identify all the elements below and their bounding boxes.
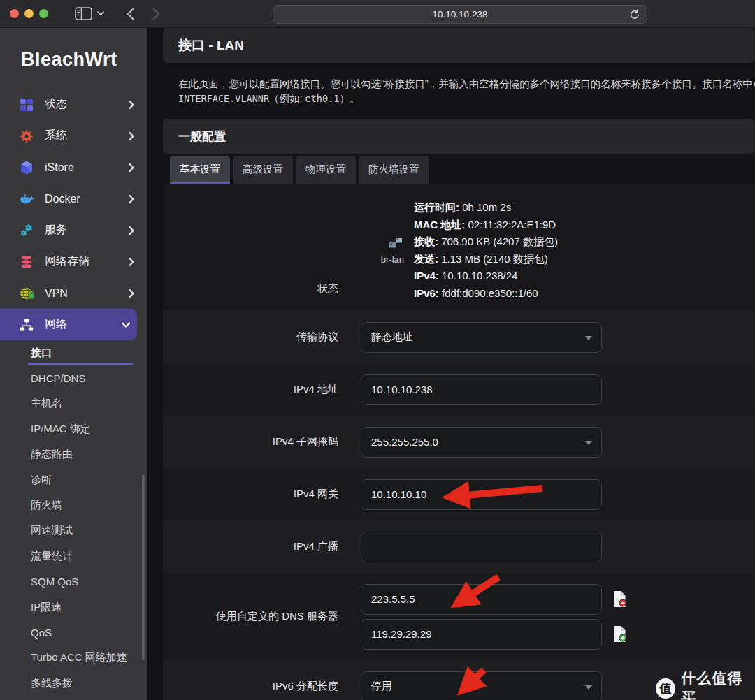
app-logo: BleachWrt bbox=[21, 49, 147, 71]
sidebar-subitem-turbo-acc[interactable]: Turbo ACC 网络加速 bbox=[0, 646, 147, 671]
status-row: 状态 br-lan 运行时间0h 10m 2s MAC 地址02:11:32:2… bbox=[163, 184, 755, 311]
window-controls bbox=[10, 9, 48, 18]
tab-physical-settings[interactable]: 物理设置 bbox=[296, 156, 356, 184]
grid-icon bbox=[20, 98, 39, 112]
sidebar-subitem-firewall[interactable]: 防火墙 bbox=[0, 493, 147, 518]
chevron-right-icon bbox=[129, 258, 134, 266]
globe-lock-icon bbox=[20, 286, 39, 300]
watermark-badge-icon: 值 bbox=[656, 678, 675, 699]
status-ipv6: IPv6fddf:d090:e350::1/60 bbox=[414, 285, 558, 302]
close-window-button[interactable] bbox=[10, 9, 19, 18]
tab-advanced-settings[interactable]: 高级设置 bbox=[233, 156, 293, 184]
section-title: 一般配置 bbox=[163, 119, 755, 154]
status-details: 运行时间0h 10m 2s MAC 地址02:11:32:2A:E1:9D 接收… bbox=[414, 199, 558, 302]
sidebar-item-network[interactable]: 网络 bbox=[0, 309, 137, 340]
settings-tabs: 基本设置 高级设置 物理设置 防火墙设置 bbox=[170, 156, 755, 184]
ipv4-gateway-input[interactable] bbox=[361, 479, 602, 510]
sidebar-subitem-static-routes[interactable]: 静态路由 bbox=[0, 442, 147, 467]
gear-icon bbox=[20, 129, 39, 143]
sidebar-item-status[interactable]: 状态 bbox=[0, 89, 147, 120]
ipv4-broadcast-input[interactable] bbox=[361, 532, 602, 562]
chevron-right-icon bbox=[129, 101, 134, 109]
chevron-down-icon[interactable] bbox=[97, 11, 104, 16]
watermark-text: 什么值得买 bbox=[681, 669, 755, 700]
watermark: 值 什么值得买 bbox=[656, 669, 755, 700]
sidebar-toggle-icon[interactable] bbox=[75, 7, 92, 20]
gears-icon bbox=[20, 224, 39, 238]
form-row-ipv4-broadcast: IPv4 广播 bbox=[163, 520, 755, 573]
network-tree-icon bbox=[20, 318, 39, 332]
main-content: 接口 - LAN 在此页面，您可以配置网络接口。您可以勾选“桥接接口”，并输入由… bbox=[163, 28, 755, 700]
ipv4-netmask-select[interactable]: 255.255.255.0 bbox=[361, 427, 602, 458]
status-uptime: 运行时间0h 10m 2s bbox=[414, 199, 558, 217]
form-row-protocol: 传输协议 静态地址 bbox=[163, 311, 755, 363]
select-caret-icon bbox=[585, 441, 592, 445]
code-eth-example: eth0.1 bbox=[305, 93, 340, 104]
chevron-right-icon bbox=[129, 289, 134, 298]
bridge-device-icon bbox=[387, 236, 404, 253]
status-rx: 接收706.90 KB (4207 数据包) bbox=[414, 233, 558, 251]
dns-server-input-2[interactable] bbox=[361, 619, 602, 650]
sidebar-subitem-qos[interactable]: QoS bbox=[0, 620, 147, 645]
ipv6-assignment-select[interactable]: 停用 bbox=[361, 671, 602, 700]
code-interface-vlannr: INTERFACE.VLANNR bbox=[178, 93, 269, 104]
chevron-down-icon bbox=[122, 322, 130, 328]
form-row-ipv4-address: IPv4 地址 bbox=[163, 363, 755, 416]
docker-whale-icon bbox=[20, 192, 39, 206]
zoom-window-button[interactable] bbox=[39, 9, 48, 18]
database-icon bbox=[20, 255, 39, 269]
status-label: 状态 bbox=[163, 282, 350, 311]
sidebar-scrollbar[interactable] bbox=[142, 475, 145, 660]
sidebar-item-docker[interactable]: Docker bbox=[0, 183, 147, 214]
device-name: br-lan bbox=[381, 254, 404, 265]
sidebar-subitem-mwan[interactable]: 多线多拨 bbox=[0, 671, 147, 696]
sidebar-subitem-diagnostics[interactable]: 诊断 bbox=[0, 467, 147, 493]
tab-firewall-settings[interactable]: 防火墙设置 bbox=[359, 156, 429, 184]
dns-server-input-1[interactable] bbox=[361, 584, 602, 615]
sidebar-subitem-dhcp-dns[interactable]: DHCP/DNS bbox=[0, 365, 147, 391]
address-bar[interactable]: 10.10.10.238 bbox=[273, 5, 647, 24]
sidebar-subitem-sqm-qos[interactable]: SQM QoS bbox=[0, 569, 147, 595]
sidebar-subitem-speedtest[interactable]: 网速测试 bbox=[0, 518, 147, 544]
forward-button bbox=[152, 8, 160, 20]
chevron-right-icon bbox=[129, 132, 134, 140]
sidebar-subitem-ip-limit[interactable]: IP限速 bbox=[0, 595, 147, 620]
ipv4-address-input[interactable] bbox=[361, 374, 602, 405]
minimize-window-button[interactable] bbox=[24, 9, 34, 18]
status-tx: 发送1.13 MB (2140 数据包) bbox=[414, 251, 558, 268]
form-row-ipv4-netmask: IPv4 子网掩码 255.255.255.0 bbox=[163, 416, 755, 468]
chevron-right-icon bbox=[129, 195, 134, 203]
sidebar-subitem-traffic-stats[interactable]: 流量统计 bbox=[0, 544, 147, 569]
select-caret-icon bbox=[585, 336, 592, 340]
protocol-select[interactable]: 静态地址 bbox=[361, 322, 602, 353]
tab-basic-settings[interactable]: 基本设置 bbox=[170, 156, 230, 184]
address-bar-url[interactable]: 10.10.10.238 bbox=[433, 9, 488, 20]
sidebar-item-vpn[interactable]: VPN bbox=[0, 277, 147, 309]
select-caret-icon bbox=[585, 685, 592, 690]
sidebar-subitem-interfaces[interactable]: 接口 bbox=[0, 340, 147, 365]
chevron-right-icon bbox=[129, 226, 134, 235]
router-admin-page: { "browser": { "url": "10.10.10.238", "t… bbox=[0, 0, 755, 700]
browser-topbar: 10.10.10.238 bbox=[0, 0, 755, 28]
sidebar-item-network-storage[interactable]: 网络存储 bbox=[0, 246, 147, 277]
cube-icon bbox=[20, 161, 39, 175]
form-row-ipv4-gateway: IPv4 网关 bbox=[163, 468, 755, 520]
sidebar-subitem-hostnames[interactable]: 主机名 bbox=[0, 391, 147, 416]
sidebar: BleachWrt 状态 系统 iStore D bbox=[0, 28, 147, 700]
page-title: 接口 - LAN bbox=[163, 28, 755, 63]
status-ipv4: IPv410.10.10.238/24 bbox=[414, 268, 558, 285]
sidebar-item-system[interactable]: 系统 bbox=[0, 120, 147, 152]
status-mac: MAC 地址02:11:32:2A:E1:9D bbox=[414, 217, 558, 234]
remove-entry-icon[interactable] bbox=[612, 590, 627, 608]
form-row-custom-dns: 使用自定义的 DNS 服务器 bbox=[163, 573, 755, 660]
add-entry-icon[interactable] bbox=[612, 625, 627, 643]
back-button[interactable] bbox=[127, 8, 134, 20]
chevron-right-icon bbox=[129, 163, 134, 172]
sidebar-item-istore[interactable]: iStore bbox=[0, 152, 147, 183]
page-description: 在此页面，您可以配置网络接口。您可以勾选“桥接接口”，并输入由空格分隔的多个网络… bbox=[178, 77, 755, 106]
sidebar-subitem-ip-mac-binding[interactable]: IP/MAC 绑定 bbox=[0, 416, 147, 442]
sidebar-item-services[interactable]: 服务 bbox=[0, 214, 147, 246]
reload-icon[interactable] bbox=[629, 9, 640, 23]
